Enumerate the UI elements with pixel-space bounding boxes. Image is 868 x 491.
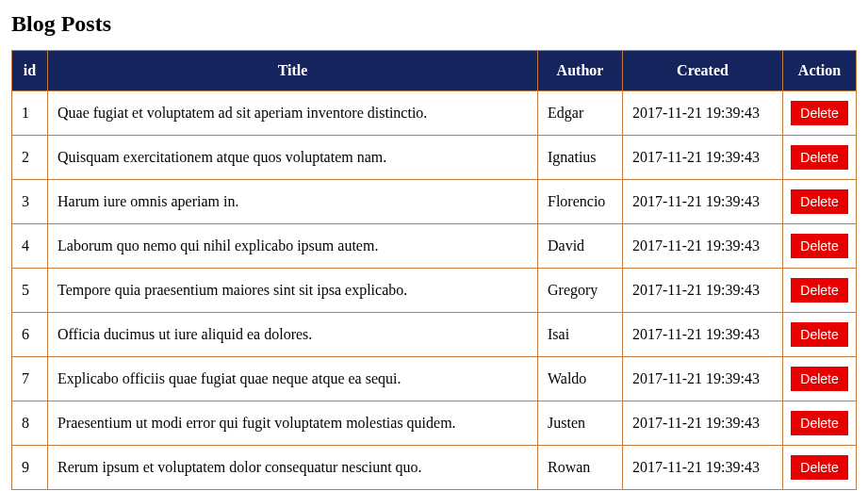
delete-button[interactable]: Delete [791,234,847,258]
table-row: 1Quae fugiat et voluptatem ad sit aperia… [12,91,857,136]
cell-action: Delete [783,224,857,269]
table-row: 8Praesentium ut modi error qui fugit vol… [12,401,857,446]
cell-action: Delete [783,357,857,401]
cell-id: 4 [12,224,48,269]
cell-created: 2017-11-21 19:39:43 [623,136,783,180]
cell-title: Tempore quia praesentium maiores sint si… [48,269,538,313]
cell-action: Delete [783,446,857,490]
cell-author: Edgar [538,91,623,136]
cell-created: 2017-11-21 19:39:43 [623,357,783,401]
cell-author: Ignatius [538,136,623,180]
table-row: 7Explicabo officiis quae fugiat quae neq… [12,357,857,401]
cell-created: 2017-11-21 19:39:43 [623,180,783,224]
cell-author: Isai [538,313,623,357]
cell-created: 2017-11-21 19:39:43 [623,224,783,269]
cell-title: Officia ducimus ut iure aliquid ea dolor… [48,313,538,357]
column-header-author: Author [538,51,623,91]
cell-action: Delete [783,180,857,224]
cell-id: 7 [12,357,48,401]
table-row: 5Tempore quia praesentium maiores sint s… [12,269,857,313]
cell-action: Delete [783,136,857,180]
cell-title: Quisquam exercitationem atque quos volup… [48,136,538,180]
cell-title: Praesentium ut modi error qui fugit volu… [48,401,538,446]
cell-author: Waldo [538,357,623,401]
column-header-id: id [12,51,48,91]
cell-author: Rowan [538,446,623,490]
cell-created: 2017-11-21 19:39:43 [623,91,783,136]
cell-id: 1 [12,91,48,136]
cell-title: Quae fugiat et voluptatem ad sit aperiam… [48,91,538,136]
cell-id: 5 [12,269,48,313]
table-row: 3Harum iure omnis aperiam in.Florencio20… [12,180,857,224]
cell-title: Rerum ipsum et voluptatem dolor consequa… [48,446,538,490]
cell-author: David [538,224,623,269]
cell-author: Florencio [538,180,623,224]
delete-button[interactable]: Delete [791,411,847,435]
cell-created: 2017-11-21 19:39:43 [623,446,783,490]
delete-button[interactable]: Delete [791,278,847,303]
cell-action: Delete [783,313,857,357]
cell-created: 2017-11-21 19:39:43 [623,269,783,313]
cell-author: Gregory [538,269,623,313]
cell-title: Harum iure omnis aperiam in. [48,180,538,224]
delete-button[interactable]: Delete [791,455,847,480]
delete-button[interactable]: Delete [791,367,847,391]
cell-id: 8 [12,401,48,446]
cell-action: Delete [783,401,857,446]
delete-button[interactable]: Delete [791,322,847,347]
column-header-action: Action [783,51,857,91]
column-header-title: Title [48,51,538,91]
cell-id: 6 [12,313,48,357]
delete-button[interactable]: Delete [791,189,847,214]
delete-button[interactable]: Delete [791,101,847,125]
cell-action: Delete [783,269,857,313]
cell-id: 9 [12,446,48,490]
table-header-row: id Title Author Created Action [12,51,857,91]
cell-action: Delete [783,91,857,136]
column-header-created: Created [623,51,783,91]
table-row: 2Quisquam exercitationem atque quos volu… [12,136,857,180]
cell-id: 2 [12,136,48,180]
cell-id: 3 [12,180,48,224]
page-title: Blog Posts [11,11,857,37]
table-row: 4Laborum quo nemo qui nihil explicabo ip… [12,224,857,269]
posts-table: id Title Author Created Action 1Quae fug… [11,50,857,490]
cell-created: 2017-11-21 19:39:43 [623,313,783,357]
cell-created: 2017-11-21 19:39:43 [623,401,783,446]
cell-author: Justen [538,401,623,446]
cell-title: Explicabo officiis quae fugiat quae nequ… [48,357,538,401]
cell-title: Laborum quo nemo qui nihil explicabo ips… [48,224,538,269]
table-row: 9Rerum ipsum et voluptatem dolor consequ… [12,446,857,490]
table-row: 6Officia ducimus ut iure aliquid ea dolo… [12,313,857,357]
delete-button[interactable]: Delete [791,145,847,170]
